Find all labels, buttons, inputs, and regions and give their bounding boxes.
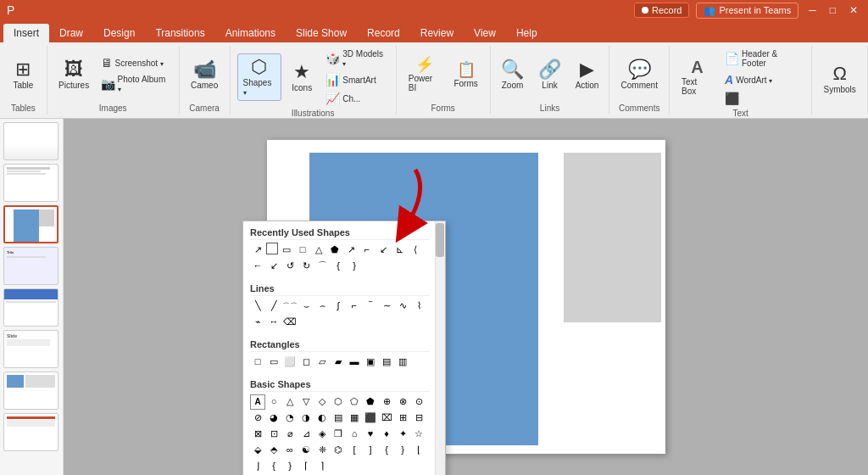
window-maximize[interactable]: □ [826,4,839,16]
shape-item[interactable]: ∼ [379,299,394,314]
shape-item[interactable]: □ [295,243,310,258]
slide-thumb-2[interactable] [3,164,58,202]
shape-item[interactable]: ╱ [266,299,281,314]
shape-item[interactable]: ∿ [395,299,410,314]
shapes-button[interactable]: ⬡ Shapes ▾ [237,53,282,101]
shape-item[interactable]: ▽ [298,394,314,410]
shape-item[interactable]: ∫ [331,299,346,314]
shape-item[interactable]: ⊡ [266,427,281,442]
shape-item[interactable]: ◈ [314,427,330,442]
shape-item[interactable]: { [331,259,346,274]
shapes-scrollbar[interactable] [435,221,445,475]
shape-item[interactable]: ∞ [282,443,298,458]
tab-insert[interactable]: Insert [3,24,49,42]
shape-item[interactable]: ▤ [331,411,346,426]
tab-draw[interactable]: Draw [49,24,93,42]
shape-item[interactable]: ⌐ [359,243,375,258]
slide-thumb-1[interactable] [3,122,58,160]
shape-item[interactable]: ⌇ [411,299,426,314]
shape-item[interactable]: □ [250,355,265,370]
shape-item[interactable]: ↙ [376,243,391,258]
tab-help[interactable]: Help [506,24,548,42]
shape-item[interactable]: ▦ [347,411,362,426]
present-teams-button[interactable]: 👥 Present in Teams [696,3,798,19]
record-button[interactable]: Record [634,3,689,18]
shape-item[interactable]: ← [250,259,265,274]
shape-item[interactable]: △ [311,243,326,258]
shape-item[interactable]: ⊾ [392,243,407,258]
powerbi-button[interactable]: ⚡ Power BI [403,53,446,96]
shape-item[interactable]: ☆ [411,427,426,442]
shape-item[interactable]: ⊕ [379,394,394,410]
shape-item[interactable]: ◐ [314,411,330,426]
shape-item[interactable]: ⌂ [347,427,362,442]
tab-review[interactable]: Review [410,24,464,42]
shape-item[interactable]: ⊟ [411,411,426,426]
shape-item[interactable]: ❈ [314,443,330,458]
headerfooter-button[interactable]: 📄 Header & Footer [721,48,804,70]
wordart-button[interactable]: A WordArt ▾ [721,71,804,88]
shape-item[interactable]: ⌋ [250,459,265,474]
slide-thumb-4[interactable]: Title [3,247,58,285]
shape-item[interactable]: } [282,459,298,474]
shape-item[interactable]: ⌒⌒ [282,299,298,314]
table-button[interactable]: ⊞ Table [6,57,40,93]
window-close[interactable]: ✕ [846,4,861,16]
symbols-button[interactable]: Ω Symbols [818,61,860,98]
cameo-button[interactable]: 📹 Cameo [186,57,223,93]
shape-item[interactable]: ⊘ [250,411,265,426]
shape-item[interactable]: { [266,459,281,474]
shape-item[interactable]: ◔ [282,411,298,426]
shape-item[interactable]: ▰ [331,355,346,370]
shape-item[interactable]: ✦ [395,427,410,442]
shape-item[interactable]: ⌫ [282,315,298,330]
shape-item[interactable]: ⌀ [282,427,298,442]
smartart-button[interactable]: 📊 SmartArt [322,71,389,88]
photo-album-button[interactable]: 📷 Photo Album ▾ [97,73,172,95]
shape-item[interactable]: ⌣ [298,299,314,314]
tab-transitions[interactable]: Transitions [145,24,214,42]
shape-item[interactable]: ⬡ [331,394,346,410]
shape-item[interactable]: ⬙ [250,443,265,458]
tab-slideshow[interactable]: Slide Show [286,24,357,42]
shape-item[interactable]: ♦ [379,427,394,442]
shape-item[interactable]: ⊿ [298,427,314,442]
tab-record[interactable]: Record [357,24,410,42]
shape-item[interactable]: ‾ [363,299,378,314]
shape-item[interactable]: ╲ [250,299,265,314]
shape-item[interactable]: ⬟ [327,243,342,258]
shape-item[interactable]: ↗ [343,243,359,258]
shape-item[interactable] [266,243,278,254]
shape-item[interactable]: ⌢ [314,299,330,314]
link-button[interactable]: 🔗 Link [533,57,567,93]
shape-item[interactable]: ↔ [266,315,281,330]
forms-button[interactable]: 📋 Forms [449,59,483,92]
shape-item[interactable]: ⊙ [411,394,426,410]
shape-item[interactable]: ▣ [363,355,378,370]
shape-item[interactable]: ⬜ [282,355,298,370]
textbox-button[interactable]: A Text Box [676,55,718,99]
shape-item[interactable]: ⟨ [408,243,423,258]
shape-item[interactable]: ▭ [279,243,294,258]
shape-item[interactable]: ⬟ [363,394,378,410]
shape-item[interactable]: ◑ [298,411,314,426]
shape-item[interactable]: △ [282,394,298,410]
shape-item[interactable]: ⌈ [298,459,314,474]
shape-item[interactable]: ⬛ [363,411,378,426]
shape-item[interactable]: ⊞ [395,411,410,426]
shape-item[interactable]: ⌒ [314,259,330,274]
shape-item[interactable]: ▬ [347,355,362,370]
shape-item[interactable]: ⌬ [331,443,346,458]
shape-item[interactable]: ⌊ [411,443,426,458]
more-text-button[interactable]: ⬛ [721,90,804,107]
scrollbar-thumb[interactable] [436,223,444,257]
window-minimize[interactable]: ─ [805,4,820,16]
shape-item[interactable]: ▥ [395,355,410,370]
shape-item[interactable]: ⊠ [250,427,265,442]
shape-item[interactable]: ▱ [314,355,330,370]
comment-button[interactable]: 💬 Comment [616,57,663,93]
shape-item[interactable]: { [379,443,394,458]
shape-item[interactable]: ♥ [363,427,378,442]
shape-item[interactable]: ◕ [266,411,281,426]
shape-item[interactable]: ⌉ [314,459,330,474]
